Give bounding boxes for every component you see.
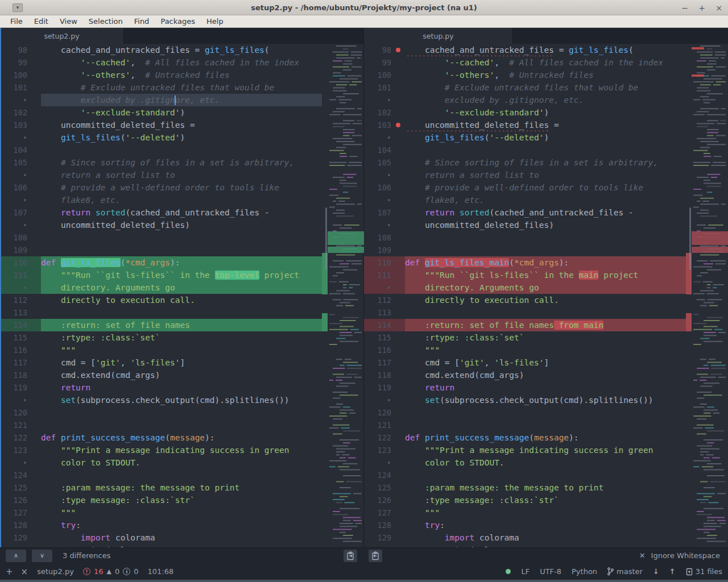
code-text[interactable]: """Run ``git ls-files`` in the main proj… <box>405 269 686 281</box>
line-ending-indicator[interactable]: LF <box>521 567 530 576</box>
code-text[interactable]: """Print a message indicating success in… <box>41 444 322 456</box>
code-line[interactable]: 120 <box>0 406 322 419</box>
code-line[interactable]: 98 cached_and_untracked_files = git_ls_f… <box>0 44 322 56</box>
code-line[interactable]: • flake8, etc. <box>0 194 322 206</box>
code-line[interactable]: 124 <box>364 469 686 481</box>
code-text[interactable]: :rtype: :class:`set` <box>41 331 322 344</box>
code-line[interactable]: 106 # provide a well-defined order to to… <box>0 181 322 194</box>
scrollbar-right[interactable] <box>686 44 692 547</box>
minimap-right[interactable] <box>692 44 728 547</box>
code-line[interactable]: 112 directly to execution call. <box>364 294 686 306</box>
code-text[interactable] <box>405 469 686 481</box>
code-text[interactable]: """Print a message indicating success in… <box>405 444 686 456</box>
code-text[interactable]: return sorted(cached_and_untracked_files… <box>41 206 322 219</box>
code-text[interactable] <box>41 306 322 319</box>
code-line[interactable]: • excluded by .gitignore, etc. <box>364 94 686 106</box>
code-line[interactable]: 117 cmd = ['git', 'ls-files'] <box>364 356 686 369</box>
code-line[interactable]: 104 <box>0 144 322 156</box>
code-editor-left[interactable]: 98 cached_and_untracked_files = git_ls_f… <box>0 44 322 547</box>
code-line[interactable]: 120 <box>364 406 686 419</box>
code-text[interactable]: return <box>41 381 322 394</box>
code-line[interactable]: • set(subprocess.check_output(cmd).split… <box>364 394 686 406</box>
code-text[interactable]: # Since sorting of files in a set is arb… <box>41 156 322 169</box>
code-text[interactable]: directory. Arguments go <box>405 281 686 294</box>
code-text[interactable]: flake8, etc. <box>405 194 686 206</box>
code-text[interactable]: uncommitted_deleted_files) <box>41 219 322 231</box>
code-line[interactable]: • return a sorted list to <box>0 169 322 181</box>
ignore-whitespace-label[interactable]: Ignore Whitespace <box>651 551 720 560</box>
project-files-indicator[interactable]: 31 files <box>686 567 722 576</box>
code-line[interactable]: 127 """ <box>0 506 322 519</box>
menu-item-view[interactable]: View <box>54 17 83 26</box>
code-line[interactable]: 99 '--cached', # All files cached in the… <box>364 56 686 69</box>
tab-setuppy[interactable]: setup.py <box>364 28 513 44</box>
code-line[interactable]: 114 :return: set of file names from main <box>364 319 686 331</box>
code-text[interactable]: import colorama <box>41 531 322 544</box>
code-text[interactable]: # provide a well-defined order to tools … <box>405 181 686 194</box>
code-text[interactable] <box>405 419 686 431</box>
code-line[interactable]: 126 :type message: :class:`str` <box>0 494 322 506</box>
code-text[interactable]: """ <box>41 344 322 356</box>
scrollbar-thumb[interactable] <box>325 207 327 270</box>
code-text[interactable] <box>41 144 322 156</box>
copy-to-right-button[interactable] <box>344 550 357 562</box>
code-line[interactable]: 121 <box>364 419 686 431</box>
menu-item-packages[interactable]: Packages <box>155 17 201 26</box>
code-text[interactable]: try: <box>41 519 322 531</box>
code-text[interactable]: cached_and_untracked_files = git_ls_file… <box>41 44 322 56</box>
code-text[interactable]: color to STDOUT. <box>41 456 322 469</box>
code-text[interactable]: cmd.extend(cmd_args) <box>41 369 322 381</box>
git-push-arrow-up-icon[interactable]: ↑ <box>669 567 676 576</box>
code-text[interactable] <box>41 406 322 419</box>
code-line[interactable]: 99 '--cached', # All files cached in the… <box>0 56 322 69</box>
code-line[interactable]: 109 <box>0 244 322 256</box>
grammar-indicator[interactable]: Python <box>572 567 597 576</box>
code-text[interactable]: def git_ls_files(*cmd_args): <box>41 256 322 269</box>
code-text[interactable]: :param message: the message to print <box>405 481 686 494</box>
code-text[interactable]: try: <box>405 519 686 531</box>
code-line[interactable]: 124 <box>0 469 322 481</box>
scrollbar-thumb[interactable] <box>689 207 691 270</box>
code-line[interactable]: 100 '--others', # Untracked files <box>0 69 322 81</box>
menu-item-help[interactable]: Help <box>201 17 229 26</box>
code-line[interactable]: 103 uncommitted_deleted_files = <box>0 119 322 131</box>
code-line[interactable]: 116 """ <box>364 344 686 356</box>
code-text[interactable] <box>41 231 322 244</box>
scrollbar-left[interactable] <box>322 44 328 547</box>
code-line[interactable]: • set(subprocess.check_output(cmd).split… <box>0 394 322 406</box>
code-line[interactable]: 119 return <box>364 381 686 394</box>
code-line[interactable]: • git_ls_files('--deleted') <box>0 131 322 144</box>
code-line[interactable]: • directory. Arguments go <box>0 281 322 294</box>
code-line[interactable]: 113 <box>364 306 686 319</box>
code-text[interactable]: import colorama <box>405 531 686 544</box>
minimize-button[interactable]: − <box>680 3 689 13</box>
code-text[interactable]: directory. Arguments go <box>41 281 322 294</box>
code-text[interactable] <box>41 244 322 256</box>
code-text[interactable]: uncommitted_deleted_files = <box>405 119 686 131</box>
code-text[interactable]: return sorted(cached_and_untracked_files… <box>405 206 686 219</box>
close-button[interactable]: × <box>714 3 723 13</box>
code-line[interactable]: 104 <box>364 144 686 156</box>
code-text[interactable]: :type message: :class:`str` <box>41 494 322 506</box>
code-line[interactable]: 114 :return: set of file names <box>0 319 322 331</box>
code-text[interactable]: cmd = ['git', 'ls-files'] <box>41 356 322 369</box>
code-text[interactable]: def print_success_message(message): <box>405 431 686 444</box>
minimap-left[interactable] <box>328 44 364 547</box>
code-text[interactable]: # Exclude untracked files that would be <box>41 81 322 94</box>
cursor-position[interactable]: 101:68 <box>147 567 173 576</box>
code-line[interactable]: 105 # Since sorting of files in a set is… <box>0 156 322 169</box>
code-text[interactable] <box>405 231 686 244</box>
close-icon[interactable]: × <box>21 567 28 577</box>
window-menu-button[interactable]: ▾ <box>13 3 23 12</box>
code-line[interactable]: 125 :param message: the message to print <box>0 481 322 494</box>
code-text[interactable]: :return: set of file names <box>41 319 322 331</box>
code-text[interactable]: '--others', # Untracked files <box>405 69 686 81</box>
code-line[interactable]: 126 :type message: :class:`str` <box>364 494 686 506</box>
code-text[interactable]: """ <box>41 506 322 519</box>
code-editor-right[interactable]: 98 cached_and_untracked_files = git_ls_f… <box>364 44 686 547</box>
code-text[interactable]: :type message: :class:`str` <box>405 494 686 506</box>
code-text[interactable]: """Run ``git ls-files`` in the top-level… <box>41 269 322 281</box>
code-line[interactable]: 102 '--exclude-standard') <box>0 106 322 119</box>
code-text[interactable]: '--others', # Untracked files <box>41 69 322 81</box>
code-text[interactable]: :return: set of file names from main <box>405 319 686 331</box>
